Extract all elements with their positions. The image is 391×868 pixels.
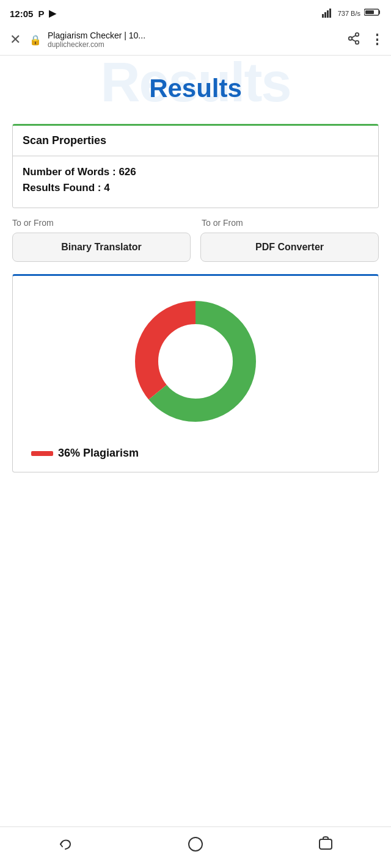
page-domain: duplichecker.com xyxy=(48,40,341,49)
to-from-label-2: To or From xyxy=(202,218,379,228)
battery-icon xyxy=(364,8,381,19)
parking-icon: P xyxy=(38,9,44,19)
svg-point-15 xyxy=(189,837,202,851)
results-found: Results Found : 4 xyxy=(23,182,368,194)
svg-rect-1 xyxy=(324,12,326,18)
to-from-section: To or From To or From Binary Translator … xyxy=(12,218,379,262)
svg-rect-2 xyxy=(327,10,329,18)
svg-rect-6 xyxy=(365,10,374,14)
chart-legend: 36% Plagiarism xyxy=(25,441,366,460)
scan-properties-card: Scan Properties Number of Words : 626 Re… xyxy=(12,124,379,208)
chart-card: 36% Plagiarism xyxy=(12,274,379,472)
results-title: Results xyxy=(12,74,379,103)
results-header: Results Results xyxy=(0,56,391,109)
main-content: Results Results Scan Properties Number o… xyxy=(0,56,391,521)
back-button[interactable] xyxy=(45,833,86,859)
status-right: 737 B/s xyxy=(322,8,381,20)
scan-properties-section: Scan Properties Number of Words : 626 Re… xyxy=(12,124,379,208)
scan-properties-body: Number of Words : 626 Results Found : 4 xyxy=(13,156,378,208)
lock-icon: 🔒 xyxy=(29,34,42,46)
svg-point-8 xyxy=(349,37,353,40)
share-icon[interactable] xyxy=(347,32,360,48)
svg-line-11 xyxy=(352,35,356,37)
svg-rect-3 xyxy=(329,9,331,18)
scan-properties-title: Scan Properties xyxy=(23,134,368,147)
svg-rect-16 xyxy=(320,839,332,849)
status-time: 12:05 xyxy=(10,9,33,19)
svg-rect-0 xyxy=(322,14,324,18)
svg-line-10 xyxy=(352,39,356,42)
svg-point-9 xyxy=(356,40,359,44)
plagiarism-legend-label: 36% Plagiarism xyxy=(58,447,139,460)
svg-point-14 xyxy=(161,327,230,396)
home-button[interactable] xyxy=(175,833,216,859)
recent-apps-button[interactable] xyxy=(305,833,346,859)
svg-point-7 xyxy=(356,32,359,36)
status-bar: 12:05 P ▶ 737 B/s xyxy=(0,0,391,24)
bottom-navigation xyxy=(0,826,391,868)
url-display[interactable]: Plagiarism Checker | 10... duplichecker.… xyxy=(48,31,341,49)
to-from-labels: To or From To or From xyxy=(12,218,379,228)
location-icon: ▶ xyxy=(49,8,56,19)
browser-bar: ✕ 🔒 Plagiarism Checker | 10... duplichec… xyxy=(0,24,391,56)
plagiarism-legend-color xyxy=(31,451,53,456)
word-count: Number of Words : 626 xyxy=(23,166,368,178)
donut-chart-container xyxy=(25,294,366,429)
to-from-label-1: To or From xyxy=(12,218,189,228)
donut-chart xyxy=(128,294,263,429)
page-title: Plagiarism Checker | 10... xyxy=(48,31,341,40)
network-speed: 737 B/s xyxy=(338,10,360,17)
pdf-converter-button[interactable]: PDF Converter xyxy=(200,233,379,262)
to-from-buttons: Binary Translator PDF Converter xyxy=(12,233,379,262)
binary-translator-button[interactable]: Binary Translator xyxy=(12,233,191,262)
svg-rect-5 xyxy=(379,10,380,14)
signal-icon xyxy=(322,8,334,20)
status-left: 12:05 P ▶ xyxy=(10,8,56,19)
close-tab-button[interactable]: ✕ xyxy=(7,29,23,50)
plagiarism-legend-item: 36% Plagiarism xyxy=(31,447,139,460)
more-options-icon[interactable]: ⋮ xyxy=(370,32,384,48)
scan-properties-header: Scan Properties xyxy=(13,126,378,156)
browser-actions: ⋮ xyxy=(347,32,384,48)
